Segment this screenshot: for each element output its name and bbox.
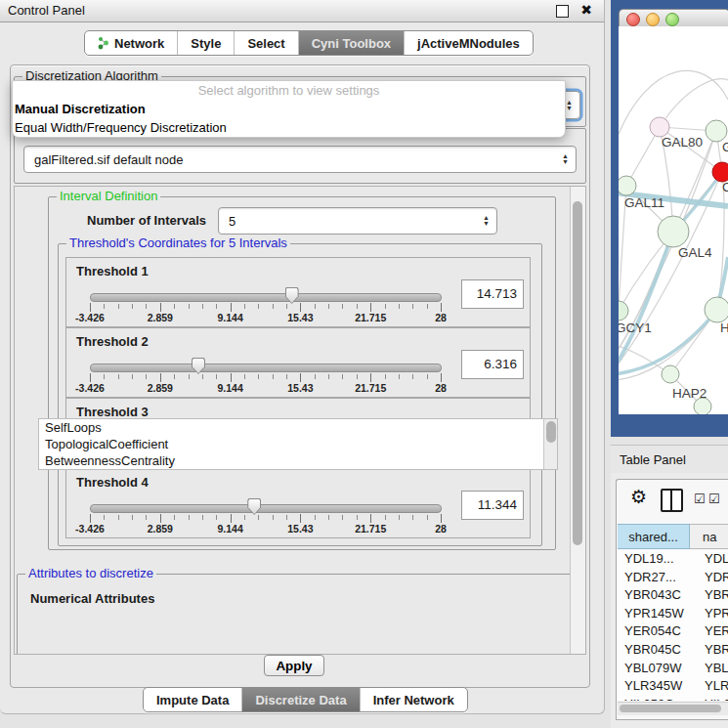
thresholds-group-label: Threshold's Coordinates for 5 Intervals — [66, 236, 290, 250]
threshold-value-field[interactable]: 6.316 — [461, 350, 524, 379]
settings-vertical-scrollbar[interactable] — [570, 187, 585, 654]
node-label: GCY1 — [619, 321, 652, 335]
node-label: GAL4 — [678, 245, 712, 260]
num-intervals-value: 5 — [229, 208, 236, 234]
tab-network[interactable]: Network — [85, 31, 178, 55]
screen: Control Panel ✖ NetworkStyleSelectCyni T… — [0, 0, 728, 728]
tab-discretize-data[interactable]: Discretize Data — [242, 688, 360, 711]
table-row[interactable]: YDR27...YDR2 — [618, 569, 728, 587]
table-row[interactable]: YDL19...YDL1 — [618, 550, 728, 569]
threshold-label: Threshold 2 — [76, 334, 149, 349]
network-window-titlebar — [619, 9, 728, 28]
top-tab-bar: NetworkStyleSelectCyni ToolboxjActiveMNo… — [84, 30, 534, 56]
tick-label: 9.144 — [217, 312, 242, 323]
tab-style[interactable]: Style — [178, 31, 235, 55]
table-row[interactable]: YIL052CYIL0 — [618, 696, 728, 701]
network-canvas[interactable]: GAL80GCGAL11GAL4GCY1HHAP2 — [619, 26, 728, 414]
tick-label: 28 — [435, 523, 447, 535]
table-cell: YPR145W — [618, 605, 697, 623]
column-header[interactable]: shared... — [618, 524, 690, 549]
threshold-value-field[interactable]: 14.713 — [461, 279, 524, 309]
table-cell: YBL079W — [618, 660, 697, 678]
table-row[interactable]: YBR045CYBR0 — [618, 641, 728, 660]
apply-button[interactable]: Apply — [264, 655, 324, 676]
tick-label: 2.859 — [148, 382, 173, 394]
float-window-icon[interactable] — [556, 5, 569, 18]
tab-label: Impute Data — [156, 693, 229, 707]
attribute-list-item[interactable]: SelfLoops — [39, 419, 557, 436]
tab-infer-network[interactable]: Infer Network — [361, 688, 467, 711]
tab-impute-data[interactable]: Impute Data — [144, 688, 242, 711]
attributes-list-scrollbar[interactable] — [543, 419, 557, 469]
tab-label: Style — [191, 36, 221, 51]
slider-track[interactable] — [90, 364, 442, 372]
table-row[interactable]: YBR043CYBR0 — [618, 586, 728, 605]
table-cell: YBR043C — [618, 586, 697, 605]
slider-ticks — [90, 373, 441, 382]
slider-ticks — [90, 514, 441, 523]
table-panel-titlebar: Table Panel — [611, 445, 728, 475]
table-cell: YDR2 — [697, 569, 728, 587]
table-cell: YIL052C — [618, 696, 697, 701]
numerical-attributes-list[interactable]: SelfLoopsTopologicalCoefficientBetweenne… — [38, 418, 558, 470]
algorithm-dropdown-popup: Select algorithm to view settings Manual… — [12, 80, 566, 138]
network-view-frame: GAL80GCGAL11GAL4GCY1HHAP2 — [611, 0, 728, 437]
slider-ticks — [90, 303, 441, 312]
tick-label: 21.715 — [355, 382, 386, 394]
combo-arrows-icon: ▲▼ — [483, 215, 490, 227]
network-node[interactable] — [650, 117, 669, 137]
bottom-tab-bar: Impute DataDiscretize DataInfer Network — [143, 687, 468, 712]
close-icon[interactable]: ✖ — [580, 2, 592, 18]
tab-label: Cyni Toolbox — [312, 36, 391, 51]
network-node[interactable] — [662, 365, 679, 383]
network-node[interactable] — [619, 301, 628, 321]
network-node[interactable] — [706, 120, 727, 142]
tick-label: 28 — [435, 382, 447, 394]
node-label: C — [722, 180, 728, 194]
attributes-group: Attributes to discretize — [17, 574, 572, 655]
tab-select[interactable]: Select — [235, 31, 298, 55]
table-cell: YDL19... — [618, 550, 697, 569]
dropdown-option[interactable]: Manual Discretization — [13, 100, 565, 118]
mac-minimize-icon[interactable] — [646, 13, 660, 26]
tab-cyni-toolbox[interactable]: Cyni Toolbox — [299, 31, 405, 55]
network-node[interactable] — [619, 176, 636, 195]
table-cell: YIL0 — [697, 696, 728, 701]
tab-jactivemnodules[interactable]: jActiveMNodules — [405, 31, 533, 55]
checkbox-icon[interactable]: ☑ — [708, 492, 720, 506]
checkbox-icon[interactable]: ☑ — [694, 492, 706, 506]
slider-track[interactable] — [90, 293, 442, 302]
node-label: H — [720, 321, 728, 335]
table-row[interactable]: YPR145WYPR1 — [618, 605, 728, 623]
tab-label: Discretize Data — [255, 693, 346, 707]
tab-label: Network — [114, 36, 164, 51]
table-cell: YLR345W — [618, 677, 697, 696]
table-data-combobox[interactable]: galFiltered.sif default node ▲▼ — [23, 146, 577, 173]
network-node[interactable] — [705, 297, 728, 322]
threshold-value-field[interactable]: 11.344 — [461, 491, 524, 520]
gear-icon[interactable]: ⚙ — [630, 486, 647, 508]
table-header-row: shared...na — [618, 524, 728, 549]
table-row[interactable]: YBL079WYBL0 — [618, 660, 728, 678]
attribute-list-item[interactable]: BetweennessCentrality — [39, 452, 557, 469]
tick-label: 21.715 — [355, 312, 386, 323]
mac-zoom-icon[interactable] — [665, 13, 679, 26]
attribute-list-item[interactable]: TopologicalCoefficient — [39, 436, 557, 452]
table-cell: YBL0 — [697, 660, 728, 678]
dropdown-option[interactable]: Equal Width/Frequency Discretization — [13, 118, 565, 137]
tick-label: 9.144 — [217, 523, 242, 535]
columns-icon[interactable] — [661, 489, 683, 512]
table-cell: YPR1 — [697, 605, 728, 623]
mac-close-icon[interactable] — [626, 13, 640, 26]
table-row[interactable]: YLR345WYLR3 — [618, 677, 728, 696]
network-node[interactable] — [658, 216, 689, 247]
table-row[interactable]: YER054CYER0 — [618, 622, 728, 641]
column-header[interactable]: na — [690, 524, 728, 549]
table-cell: YBR045C — [618, 641, 697, 660]
table-horizontal-scrollbar[interactable] — [618, 702, 728, 715]
slider-track[interactable] — [90, 504, 442, 513]
network-node[interactable] — [712, 162, 728, 182]
control-panel-window: Control Panel ✖ NetworkStyleSelectCyni T… — [0, 0, 605, 714]
dropdown-placeholder: Select algorithm to view settings — [13, 81, 565, 100]
num-intervals-combobox[interactable]: 5 ▲▼ — [218, 207, 497, 235]
